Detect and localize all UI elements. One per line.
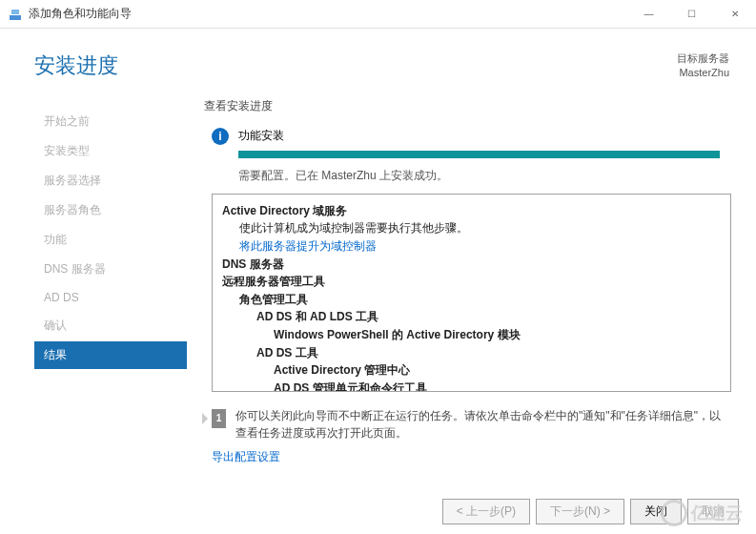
window-title: 添加角色和功能向导 [29,6,627,22]
sidebar-item-adds: AD DS [34,285,187,310]
sidebar-item-confirm: 确认 [34,312,187,339]
sidebar-item-features: 功能 [34,226,187,254]
maximize-button[interactable]: ☐ [670,0,713,29]
export-config-link[interactable]: 导出配置设置 [212,449,731,465]
sidebar-item-results: 结果 [34,341,187,369]
status-text: 需要配置。已在 MasterZhu 上安装成功。 [238,168,731,184]
cancel-button: 取消 [687,499,739,524]
note-text: 你可以关闭此向导而不中断正在运行的任务。请依次单击命令栏中的"通知"和"任务详细… [235,407,731,442]
sidebar-item-label: 开始之前 [44,114,90,128]
install-label: 功能安装 [238,128,284,144]
sidebar-item-server-select: 服务器选择 [34,167,187,195]
wizard-sidebar: 开始之前 安装类型 服务器选择 服务器角色 功能 DNS 服务器 AD DS 确… [34,91,187,465]
close-window-button[interactable]: ✕ [713,0,756,29]
progress-bar [238,151,720,158]
next-button: 下一步(N) > [536,499,624,524]
promote-dc-link[interactable]: 将此服务器提升为域控制器 [222,237,721,256]
flag-icon: 1 [212,409,226,428]
svg-rect-0 [10,15,21,20]
sidebar-item-label: DNS 服务器 [44,262,106,276]
view-progress-label: 查看安装进度 [204,98,731,114]
window-controls: — ☐ ✕ [627,0,756,29]
sidebar-item-dns: DNS 服务器 [34,256,187,283]
detail-rsat-title: 远程服务器管理工具 [222,273,721,291]
detail-adds-tools: AD DS 工具 [222,344,721,362]
minimize-button[interactable]: — [627,0,670,29]
details-box[interactable]: Active Directory 域服务 使此计算机成为域控制器需要执行其他步骤… [212,194,731,392]
note-area: 1 你可以关闭此向导而不中断正在运行的任务。请依次单击命令栏中的"通知"和"任务… [212,407,731,442]
app-icon [8,7,23,22]
target-server-block: 目标服务器 MasterZhu [677,51,729,81]
detail-adds-desc: 使此计算机成为域控制器需要执行其他步骤。 [222,219,721,237]
detail-adds-snapins: AD DS 管理单元和命令行工具 [222,380,721,392]
sidebar-item-label: 服务器角色 [44,203,101,216]
sidebar-item-label: 确认 [44,318,67,332]
info-icon: i [212,128,229,145]
sidebar-item-label: 安装类型 [44,144,90,157]
sidebar-item-label: 功能 [44,233,67,246]
prev-button: < 上一步(P) [442,499,530,524]
target-server-label: 目标服务器 [677,51,729,66]
sidebar-item-before-begin: 开始之前 [34,108,187,135]
detail-ad-admin-center: Active Directory 管理中心 [222,361,721,380]
footer-buttons: < 上一步(P) 下一步(N) > 关闭 取消 [442,499,739,524]
target-server-value: MasterZhu [677,66,729,80]
sidebar-item-label: 结果 [44,348,67,361]
detail-adds-lds-tools: AD DS 和 AD LDS 工具 [222,308,721,326]
page-title: 安装进度 [34,51,118,80]
sidebar-item-install-type: 安装类型 [34,137,187,165]
sidebar-item-label: 服务器选择 [44,174,101,187]
close-button[interactable]: 关闭 [630,499,682,524]
install-status-row: i 功能安装 [204,128,731,145]
detail-powershell-module: Windows PowerShell 的 Active Directory 模块 [222,326,721,344]
header: 安装进度 目标服务器 MasterZhu [0,29,756,91]
titlebar: 添加角色和功能向导 — ☐ ✕ [0,0,756,29]
detail-role-tools: 角色管理工具 [222,291,721,309]
svg-rect-1 [11,10,19,14]
sidebar-item-label: AD DS [44,291,79,304]
detail-dns-title: DNS 服务器 [222,256,721,274]
main-content: 查看安装进度 i 功能安装 需要配置。已在 MasterZhu 上安装成功。 A… [187,91,741,465]
sidebar-item-server-roles: 服务器角色 [34,196,187,224]
detail-adds-title: Active Directory 域服务 [222,202,721,220]
